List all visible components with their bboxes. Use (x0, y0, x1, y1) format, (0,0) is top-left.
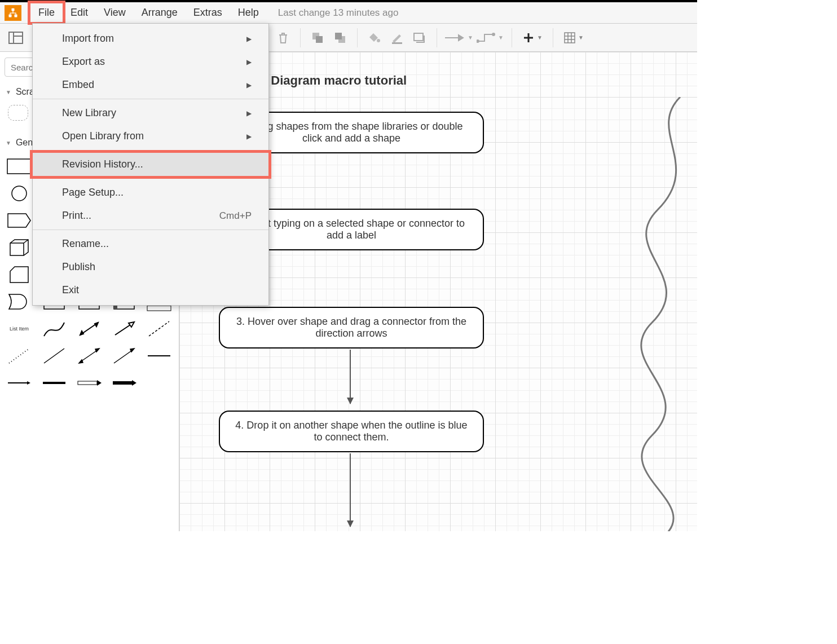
menu-file[interactable]: File (30, 3, 63, 22)
submenu-arrow-icon: ▶ (246, 58, 252, 66)
sidebar-toggle-icon[interactable] (6, 28, 26, 48)
svg-line-57 (114, 350, 133, 363)
shape-cube[interactable] (7, 238, 32, 257)
shape-thin-arrow[interactable] (112, 346, 136, 365)
menu-extras[interactable]: Extras (186, 3, 230, 22)
shape-bi-thin-arrow[interactable] (77, 346, 102, 365)
app-logo[interactable] (5, 5, 21, 21)
svg-line-53 (149, 321, 169, 336)
connector-line[interactable] (350, 453, 351, 527)
file-rename[interactable]: Rename... (33, 232, 268, 255)
shape-link5[interactable] (112, 373, 136, 392)
file-exit[interactable]: Exit (33, 279, 268, 302)
svg-rect-1 (9, 14, 12, 17)
shape-circle[interactable] (7, 184, 32, 203)
svg-point-14 (477, 40, 479, 42)
submenu-arrow-icon: ▶ (246, 109, 252, 117)
scratchpad-placeholder[interactable] (8, 105, 28, 121)
shape-curve[interactable] (42, 319, 67, 338)
waypoints-icon[interactable]: ▼ (475, 28, 505, 48)
flow-step-3[interactable]: 3. Hover over shape and drag a connector… (219, 307, 484, 349)
file-revision-history[interactable]: Revision History... (33, 153, 268, 176)
decorative-curve[interactable] (613, 97, 697, 531)
svg-rect-18 (565, 33, 575, 43)
submenu-arrow-icon: ▶ (246, 81, 252, 89)
menu-edit[interactable]: Edit (63, 3, 96, 22)
svg-rect-2 (15, 14, 17, 17)
svg-rect-7 (316, 36, 323, 43)
shape-card[interactable] (7, 265, 32, 284)
shape-list-item[interactable]: List Item (7, 319, 32, 338)
shape-link2[interactable] (7, 373, 32, 392)
to-front-icon[interactable] (307, 28, 328, 48)
fill-color-icon[interactable] (364, 28, 385, 48)
shape-link1[interactable] (147, 346, 171, 365)
last-change-status: Last change 13 minutes ago (278, 7, 399, 19)
submenu-arrow-icon: ▶ (246, 133, 252, 140)
shape-or[interactable] (7, 292, 32, 311)
to-back-icon[interactable] (330, 28, 350, 48)
shape-labelbox[interactable] (7, 211, 32, 230)
file-open-library[interactable]: Open Library from▶ (33, 125, 268, 148)
shape-link4[interactable] (77, 373, 102, 392)
svg-line-55 (44, 349, 64, 363)
svg-point-27 (12, 186, 27, 201)
svg-rect-62 (113, 381, 132, 385)
shape-line[interactable] (42, 346, 67, 365)
file-publish[interactable]: Publish (33, 255, 268, 279)
svg-point-10 (377, 39, 380, 42)
shape-dotted-line[interactable] (7, 346, 32, 365)
svg-rect-9 (335, 33, 342, 39)
svg-rect-12 (414, 33, 423, 41)
shadow-icon[interactable] (409, 28, 430, 48)
flow-step-4[interactable]: 4. Drop it on another shape when the out… (219, 411, 484, 452)
insert-icon[interactable]: ▼ (519, 28, 546, 48)
connector-arrow[interactable] (350, 350, 351, 404)
svg-point-15 (492, 33, 495, 36)
file-print[interactable]: Print...Cmd+P (33, 204, 268, 227)
svg-rect-3 (9, 32, 23, 43)
file-menu-dropdown: Import from▶ Export as▶ Embed▶ New Libra… (32, 23, 269, 306)
menu-help[interactable]: Help (230, 3, 267, 22)
menubar: File Edit View Arrange Extras Help Last … (0, 0, 697, 24)
menu-arrange[interactable]: Arrange (134, 3, 186, 22)
line-color-icon[interactable] (387, 28, 407, 48)
menu-view[interactable]: View (96, 3, 134, 22)
svg-line-56 (80, 350, 98, 362)
file-import-from[interactable]: Import from▶ (33, 27, 268, 50)
file-embed[interactable]: Embed▶ (33, 73, 268, 96)
svg-line-54 (9, 349, 29, 363)
shape-dashed-line[interactable] (147, 319, 171, 338)
delete-icon[interactable] (273, 28, 293, 48)
svg-rect-23 (7, 159, 31, 174)
svg-rect-61 (78, 381, 97, 385)
file-page-setup[interactable]: Page Setup... (33, 181, 268, 204)
print-shortcut: Cmd+P (219, 210, 252, 222)
file-new-library[interactable]: New Library▶ (33, 102, 268, 125)
svg-rect-11 (392, 42, 402, 44)
svg-line-52 (115, 324, 132, 335)
shape-bi-arrow[interactable] (77, 319, 102, 338)
submenu-arrow-icon: ▶ (246, 35, 252, 43)
shape-link3[interactable] (42, 373, 67, 392)
table-icon[interactable]: ▼ (560, 28, 587, 48)
file-export-as[interactable]: Export as▶ (33, 50, 268, 73)
shape-rectangle[interactable] (7, 157, 32, 176)
shape-arrow[interactable] (112, 319, 136, 338)
svg-rect-0 (12, 8, 15, 11)
connection-icon[interactable]: ▼ (444, 28, 473, 48)
